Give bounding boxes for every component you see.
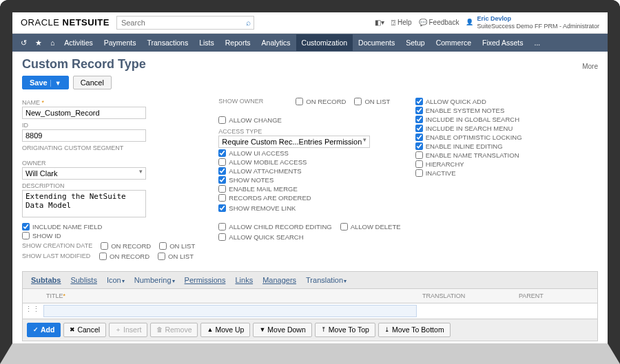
nav-documents[interactable]: Documents [353,34,400,51]
tabs-bar: Subtabs Sublists Icon▾ Numbering▾ Permis… [23,272,597,289]
allow-mobile-checkbox[interactable]: ALLOW MOBILE ACCESS [218,158,401,166]
notifications-icon[interactable]: ◧▾ [375,19,384,26]
nav-customization[interactable]: Customization [296,34,353,51]
show-id-checkbox[interactable]: SHOW ID [22,232,205,239]
modified-onrecord-checkbox[interactable]: ON RECORD [99,253,149,260]
enable-systemnotes-checkbox[interactable]: ENABLE SYSTEM NOTES [415,107,598,114]
allow-quickadd-checkbox[interactable]: ALLOW QUICK ADD [415,98,598,105]
creation-onlist-checkbox[interactable]: ON LIST [159,242,195,250]
nav-commerce[interactable]: Commerce [431,34,477,51]
hierarchy-checkbox[interactable]: HIERARCHY [415,160,598,168]
movebottom-button[interactable]: ⤓Move To Bottom [378,323,451,337]
tabs-section: Subtabs Sublists Icon▾ Numbering▾ Permis… [22,271,598,341]
show-modified-label: SHOW LAST MODIFIED [22,253,91,259]
include-name-checkbox[interactable]: INCLUDE NAME FIELD [22,223,205,231]
cancel-button[interactable]: Cancel [73,76,112,89]
grid-buttons: ✓Add ✖Cancel ＋Insert 🗑Remove ▲Move Up ▼M… [23,319,597,341]
creation-onrecord-checkbox[interactable]: ON RECORD [101,242,151,250]
id-field[interactable] [22,129,146,142]
enable-inline-checkbox[interactable]: ENABLE INLINE EDITING [415,142,598,150]
owner-onlist-checkbox[interactable]: ON LIST [354,98,390,105]
tab-subtabs[interactable]: Subtabs [27,275,65,286]
arrow-down-icon: ▼ [259,326,265,333]
name-label: NAME [22,99,205,106]
row-handle-icon[interactable]: ⋮⋮ [23,303,42,319]
nav-fixedassets[interactable]: Fixed Assets [477,34,529,51]
enable-optimistic-checkbox[interactable]: ENABLE OPTIMISTIC LOCKING [415,133,598,141]
owner-onrecord-checkbox[interactable]: ON RECORD [296,98,346,105]
allow-quicksearch-checkbox[interactable]: ALLOW QUICK SEARCH [218,233,401,241]
nav-transactions[interactable]: Transactions [141,34,194,51]
save-button[interactable]: Save▼ [22,76,69,89]
enable-mail-checkbox[interactable]: ENABLE MAIL MERGE [218,185,401,193]
show-creation-label: SHOW CREATION DATE [22,242,92,249]
show-remove-checkbox[interactable]: SHOW REMOVE LINK [218,204,296,212]
search-input[interactable] [116,16,254,30]
tab-sublists[interactable]: Sublists [66,275,101,286]
save-dropdown-icon[interactable]: ▼ [50,80,61,87]
tab-translation[interactable]: Translation▾ [302,275,351,286]
nav-reports[interactable]: Reports [220,34,256,51]
middle-column: SHOW OWNER ON RECORD ON LIST ALLOW CHANG… [218,96,401,261]
right-column: ALLOW QUICK ADD ENABLE SYSTEM NOTES INCL… [415,96,598,261]
modified-onlist-checkbox[interactable]: ON LIST [158,253,194,260]
tab-managers[interactable]: Managers [258,275,300,286]
navbar: ↺ ★ ⌂ Activities Payments Transactions L… [12,34,608,52]
nav-lists[interactable]: Lists [194,34,220,51]
show-notes-checkbox[interactable]: SHOW NOTES [218,176,401,184]
trash-icon: 🗑 [156,326,163,333]
history-icon[interactable]: ↺ [17,39,31,47]
global-search: ⌕ [116,16,254,30]
tab-permissions[interactable]: Permissions [180,275,230,286]
records-ordered-checkbox[interactable]: RECORDS ARE ORDERED [218,194,401,202]
allow-delete-checkbox[interactable]: ALLOW DELETE [340,223,401,231]
add-button[interactable]: ✓Add [27,323,61,337]
moveup-button[interactable]: ▲Move Up [200,323,250,337]
tab-links[interactable]: Links [231,275,257,286]
nav-setup[interactable]: Setup [400,34,430,51]
title-input[interactable] [43,305,417,317]
segment-label: ORIGINATING CUSTOM SEGMENT [22,144,205,151]
row-cancel-button[interactable]: ✖Cancel [63,323,106,337]
owner-select[interactable] [22,167,146,180]
allow-ui-checkbox[interactable]: ALLOW UI ACCESS [218,149,401,157]
chevron-down-icon: ▾ [122,278,125,284]
feedback-link[interactable]: 💬 Feedback [419,19,459,26]
arrow-top-icon: ⤒ [321,326,327,333]
access-type-select[interactable] [218,136,370,148]
help-link[interactable]: ⍰ Help [391,19,412,26]
movedown-button[interactable]: ▼Move Down [253,323,311,337]
top-icons: ◧▾ ⍰ Help 💬 Feedback [375,19,459,26]
inactive-checkbox[interactable]: INACTIVE [415,169,598,177]
include-searchmenu-checkbox[interactable]: INCLUDE IN SEARCH MENU [415,125,598,132]
tab-icon[interactable]: Icon▾ [103,275,129,286]
left-column: NAME ID ORIGINATING CUSTOM SEGMENT OWNER… [22,96,205,261]
nav-analytics[interactable]: Analytics [256,34,296,51]
logo: ORACLE NETSUITE [21,17,110,28]
home-icon[interactable]: ⌂ [46,39,59,47]
grid-header: TITLE* TRANSLATION PARENT [23,289,597,303]
chevron-down-icon: ▾ [172,278,175,284]
allow-child-checkbox[interactable]: ALLOW CHILD RECORD EDITING [218,223,331,231]
star-icon[interactable]: ★ [31,39,46,47]
name-field[interactable] [22,107,146,119]
more-link[interactable]: More [582,63,598,70]
movetop-button[interactable]: ⤒Move To Top [315,323,375,337]
nav-activities[interactable]: Activities [59,34,98,51]
nav-overflow[interactable]: ... [529,34,546,51]
remove-button[interactable]: 🗑Remove [150,323,198,337]
include-globalsearch-checkbox[interactable]: INCLUDE IN GLOBAL SEARCH [415,116,598,123]
enable-nametrans-checkbox[interactable]: ENABLE NAME TRANSLATION [415,151,598,159]
description-field[interactable]: Extending the NetSuite Data Model [22,190,146,217]
insert-button[interactable]: ＋Insert [109,323,147,337]
user-menu[interactable]: 👤 Eric Devlop SuiteSuccess Demo FF PRM -… [466,15,599,30]
allow-attach-checkbox[interactable]: ALLOW ATTACHMENTS [218,167,401,175]
topbar: ORACLE NETSUITE ⌕ ◧▾ ⍰ Help 💬 Feedback 👤… [12,12,608,34]
check-icon: ✓ [33,326,39,333]
tab-numbering[interactable]: Numbering▾ [130,275,179,286]
allow-change-checkbox[interactable]: ALLOW CHANGE [218,116,282,124]
x-icon: ✖ [70,326,75,333]
description-label: DESCRIPTION [22,182,205,189]
nav-payments[interactable]: Payments [99,34,142,51]
search-icon[interactable]: ⌕ [246,18,251,28]
